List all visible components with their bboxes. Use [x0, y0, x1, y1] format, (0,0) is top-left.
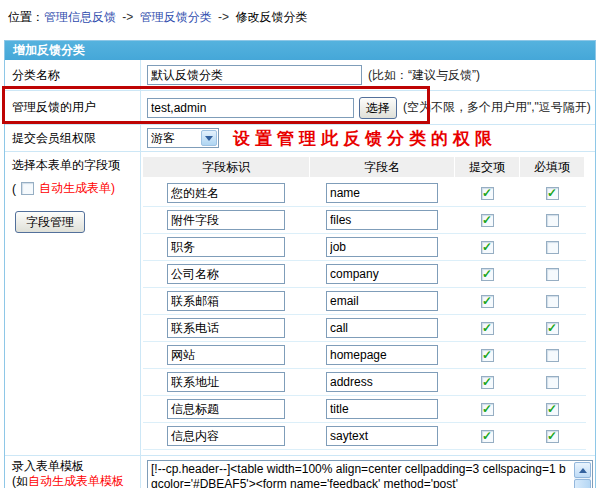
required-checkbox[interactable]: ✓ [546, 430, 559, 443]
field-items-label: 选择本表单的字段项 [12, 157, 140, 174]
field-id-input[interactable] [167, 210, 285, 230]
member-group-label: 提交会员组权限 [5, 125, 141, 151]
required-checkbox[interactable] [546, 376, 559, 389]
field-id-input[interactable] [167, 291, 285, 311]
breadcrumb-prefix: 位置： [8, 10, 44, 24]
required-checkbox[interactable] [546, 349, 559, 362]
field-id-input[interactable] [167, 426, 285, 446]
field-manage-button[interactable]: 字段管理 [15, 211, 85, 233]
required-checkbox[interactable]: ✓ [546, 187, 559, 200]
category-name-input[interactable] [147, 65, 362, 85]
required-checkbox[interactable]: ✓ [546, 322, 559, 335]
panel-title: 增加反馈分类 [5, 41, 595, 60]
member-group-select[interactable]: 游客 [147, 128, 219, 148]
field-name-input[interactable] [326, 183, 438, 203]
table-row: ✓ [143, 234, 586, 261]
submit-checkbox[interactable]: ✓ [481, 376, 494, 389]
required-checkbox[interactable] [546, 241, 559, 254]
breadcrumb-link-manage-category[interactable]: 管理反馈分类 [140, 10, 212, 24]
submit-checkbox[interactable]: ✓ [481, 268, 494, 281]
textarea-scrollbar[interactable] [574, 462, 591, 488]
manage-users-label: 管理反馈的用户 [5, 91, 141, 124]
permission-annotation: 设置管理此反馈分类的权限 [233, 127, 497, 150]
field-id-input[interactable] [167, 372, 285, 392]
scrollbar-thumb[interactable] [574, 479, 591, 488]
breadcrumb-separator: -> [122, 10, 133, 24]
category-name-row: 分类名称 (比如：“建议与反馈”) [5, 60, 595, 91]
table-row: ✓ [143, 342, 586, 369]
manage-users-input[interactable] [147, 98, 354, 118]
breadcrumb-link-manage-feedback[interactable]: 管理信息反馈 [44, 10, 116, 24]
field-table: 字段标识 字段名 提交项 必填项 ✓✓✓✓✓✓✓✓✓✓✓✓✓✓ [143, 157, 586, 450]
auto-generate-checkbox[interactable] [21, 182, 34, 195]
field-items-left-cell: 选择本表单的字段项 ( 自动生成表单) 字段管理 [5, 152, 141, 455]
field-id-input[interactable] [167, 264, 285, 284]
field-table-body: ✓✓✓✓✓✓✓✓✓✓✓✓✓✓ [143, 180, 586, 450]
table-row: ✓✓ [143, 180, 586, 207]
submit-checkbox[interactable]: ✓ [481, 430, 494, 443]
manage-users-row: 管理反馈的用户 选择 (空为不限，多个用户用","逗号隔开) [5, 91, 595, 125]
column-header-submit: 提交项 [455, 157, 519, 177]
category-name-hint: (比如：“建议与反馈”) [368, 67, 480, 84]
member-group-row: 提交会员组权限 游客 设置管理此反馈分类的权限 [5, 125, 595, 152]
select-users-button[interactable]: 选择 [359, 97, 397, 119]
field-id-input[interactable] [167, 399, 285, 419]
template-label-cell: 录入表单模板 (如自动生成表单模板 ，不用该模板内容) [5, 456, 141, 488]
field-name-input[interactable] [326, 264, 438, 284]
field-id-input[interactable] [167, 237, 285, 257]
auto-generate-label: 自动生成表单) [39, 180, 115, 197]
template-note-red: 自动生成表单模板 [28, 474, 124, 488]
field-id-input[interactable] [167, 318, 285, 338]
submit-checkbox[interactable]: ✓ [481, 295, 494, 308]
column-header-field-id: 字段标识 [143, 157, 309, 177]
column-header-required: 必填项 [520, 157, 584, 177]
field-id-input[interactable] [167, 183, 285, 203]
required-checkbox[interactable] [546, 268, 559, 281]
submit-checkbox[interactable]: ✓ [481, 322, 494, 335]
submit-checkbox[interactable]: ✓ [481, 187, 494, 200]
template-note-line2: (如自动生成表单模板 [12, 474, 140, 488]
field-table-header: 字段标识 字段名 提交项 必填项 [143, 157, 586, 177]
breadcrumb: 位置：管理信息反馈 -> 管理反馈分类 -> 修改反馈分类 [8, 9, 307, 26]
field-name-input[interactable] [326, 291, 438, 311]
table-row: ✓ [143, 207, 586, 234]
template-row: 录入表单模板 (如自动生成表单模板 ，不用该模板内容) [!--cp.heade… [5, 456, 595, 488]
paren-open: ( [12, 182, 16, 196]
field-name-input[interactable] [326, 345, 438, 365]
member-group-selected-value: 游客 [148, 130, 175, 147]
template-textarea[interactable]: [!--cp.header--]<table width=100% align=… [147, 460, 593, 488]
field-name-input[interactable] [326, 210, 438, 230]
breadcrumb-current: 修改反馈分类 [235, 10, 307, 24]
table-row: ✓✓ [143, 315, 586, 342]
submit-checkbox[interactable]: ✓ [481, 403, 494, 416]
required-checkbox[interactable] [546, 295, 559, 308]
category-name-label: 分类名称 [5, 60, 141, 90]
table-row: ✓ [143, 288, 586, 315]
scroll-up-icon[interactable] [574, 462, 591, 478]
required-checkbox[interactable]: ✓ [546, 403, 559, 416]
table-row: ✓✓ [143, 396, 586, 423]
table-row: ✓ [143, 261, 586, 288]
field-name-input[interactable] [326, 399, 438, 419]
field-id-input[interactable] [167, 345, 285, 365]
field-name-input[interactable] [326, 426, 438, 446]
field-items-row: 选择本表单的字段项 ( 自动生成表单) 字段管理 字段标识 字段名 提交项 必填… [5, 152, 595, 456]
template-label: 录入表单模板 [12, 459, 140, 474]
submit-checkbox[interactable]: ✓ [481, 349, 494, 362]
submit-checkbox[interactable]: ✓ [481, 214, 494, 227]
column-header-field-name: 字段名 [310, 157, 454, 177]
manage-users-hint: (空为不限，多个用户用","逗号隔开) [403, 99, 591, 116]
table-row: ✓✓ [143, 423, 586, 450]
required-checkbox[interactable] [546, 214, 559, 227]
template-code: [!--cp.header--]<table width=100% align=… [151, 462, 572, 488]
field-name-input[interactable] [326, 237, 438, 257]
submit-checkbox[interactable]: ✓ [481, 241, 494, 254]
field-name-input[interactable] [326, 372, 438, 392]
add-feedback-category-panel: 增加反馈分类 分类名称 (比如：“建议与反馈”) 管理反馈的用户 选择 (空为不… [4, 40, 596, 488]
field-name-input[interactable] [326, 318, 438, 338]
table-row: ✓ [143, 369, 586, 396]
chevron-down-icon [201, 130, 217, 146]
breadcrumb-separator: -> [218, 10, 229, 24]
